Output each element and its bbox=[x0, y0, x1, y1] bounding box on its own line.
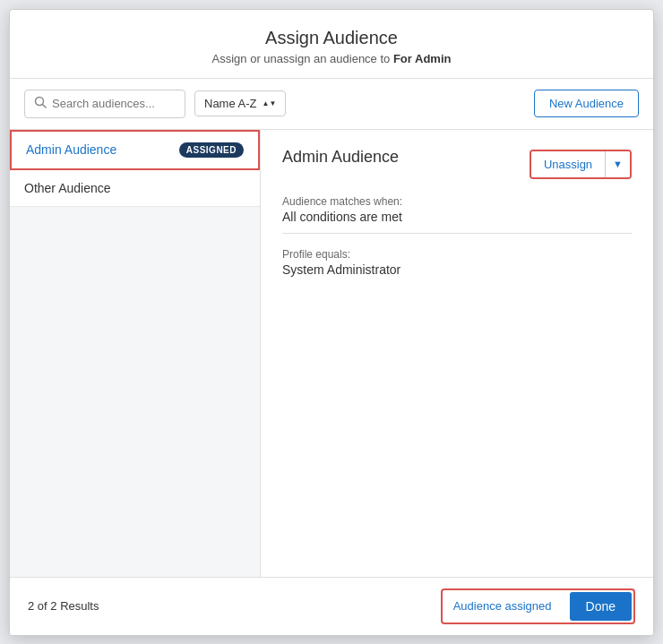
detail-header: Admin Audience Unassign ▼ bbox=[282, 148, 632, 181]
content-area: Admin Audience ASSIGNED Other Audience A… bbox=[10, 130, 653, 577]
match-value: All conditions are met bbox=[282, 210, 632, 234]
new-audience-button[interactable]: New Audience bbox=[534, 90, 639, 117]
sort-arrows-icon: ▲▼ bbox=[263, 100, 277, 107]
audience-assigned-text: Audience assigned bbox=[444, 596, 561, 616]
audience-item-admin[interactable]: Admin Audience ASSIGNED bbox=[10, 130, 260, 170]
modal-header: Assign Audience Assign or unassign an au… bbox=[10, 10, 653, 79]
modal-title: Assign Audience bbox=[31, 28, 632, 48]
modal-footer: 2 of 2 Results Audience assigned Done bbox=[10, 577, 653, 635]
unassign-button[interactable]: Unassign bbox=[531, 151, 605, 177]
detail-title: Admin Audience bbox=[282, 148, 399, 167]
toolbar: Name A-Z ▲▼ New Audience bbox=[10, 79, 653, 130]
footer-action-group: Audience assigned Done bbox=[441, 588, 635, 624]
sort-label: Name A-Z bbox=[204, 97, 257, 110]
subtitle-target: For Admin bbox=[393, 52, 452, 65]
done-button[interactable]: Done bbox=[570, 592, 632, 621]
search-box[interactable] bbox=[24, 90, 185, 118]
search-input[interactable] bbox=[52, 97, 176, 110]
audience-item-other[interactable]: Other Audience bbox=[10, 170, 260, 207]
audience-item-name: Admin Audience bbox=[26, 142, 116, 157]
match-label: Audience matches when: bbox=[282, 195, 632, 208]
match-condition-section: Audience matches when: All conditions ar… bbox=[282, 195, 632, 234]
search-icon bbox=[34, 96, 47, 112]
audience-list: Admin Audience ASSIGNED Other Audience bbox=[10, 130, 261, 577]
audience-detail: Admin Audience Unassign ▼ Audience match… bbox=[261, 130, 653, 577]
profile-condition-section: Profile equals: System Administrator bbox=[282, 248, 632, 286]
results-count: 2 of 2 Results bbox=[28, 599, 99, 613]
subtitle-prefix: Assign or unassign an audience to bbox=[212, 52, 393, 65]
sort-dropdown[interactable]: Name A-Z ▲▼ bbox=[194, 90, 286, 116]
condition-label: Profile equals: bbox=[282, 248, 632, 261]
condition-value: System Administrator bbox=[282, 262, 632, 286]
unassign-button-group[interactable]: Unassign ▼ bbox=[530, 150, 632, 179]
audience-item-name: Other Audience bbox=[24, 181, 111, 195]
modal-subtitle: Assign or unassign an audience to For Ad… bbox=[31, 52, 632, 65]
svg-line-1 bbox=[43, 104, 47, 107]
assign-audience-modal: Assign Audience Assign or unassign an au… bbox=[9, 9, 654, 636]
unassign-dropdown-arrow[interactable]: ▼ bbox=[605, 151, 630, 177]
assigned-badge: ASSIGNED bbox=[179, 142, 244, 158]
